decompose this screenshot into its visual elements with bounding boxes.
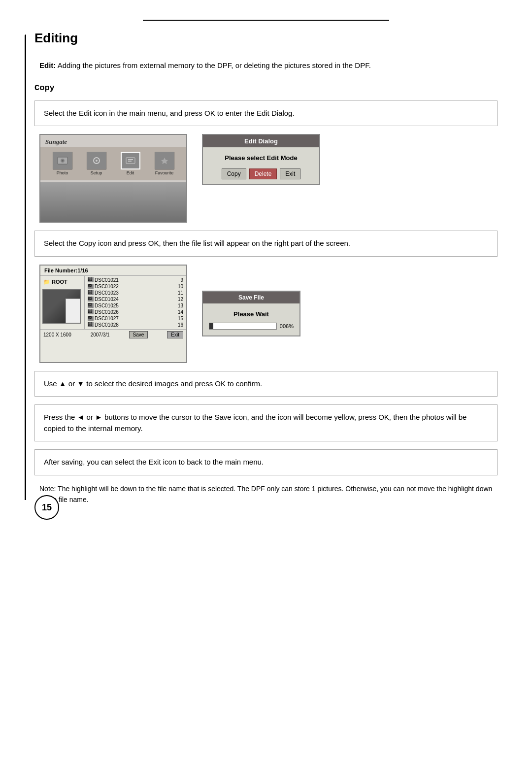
svg-marker-8 (161, 157, 168, 165)
step-2-text: Select the Copy icon and press OK, then … (44, 239, 350, 247)
file-save-button[interactable]: Save (129, 331, 148, 338)
resolution-label: 1200 X 1600 (43, 332, 71, 337)
file-icon-1: 🖼 (88, 277, 94, 282)
progress-bar-fill (209, 323, 213, 329)
file-num-8: 16 (174, 322, 183, 328)
file-num-5: 13 (174, 303, 183, 308)
file-screen-right-panel: 🖼 DSC01021 9 🖼 DSC01022 10 🖼 DSC01023 11 (85, 276, 186, 329)
file-row-6: 🖼 DSC01026 14 (87, 309, 184, 315)
exit-button[interactable]: Exit (280, 168, 300, 179)
photo-icon-box (53, 152, 72, 169)
title-underline (34, 50, 498, 50)
file-row-4: 🖼 DSC01024 12 (87, 296, 184, 302)
edit-dialog-body: Please select Edit Mode Copy Delete Exit (203, 147, 319, 184)
svg-point-2 (62, 160, 64, 162)
file-name-7: DSC01027 (95, 316, 174, 321)
file-num-4: 12 (174, 297, 183, 302)
photo-label: Photo (57, 170, 68, 175)
edit-dialog-title: Edit Dialog (203, 135, 319, 147)
page-title: Editing (34, 31, 498, 46)
step-4-text: Press the ◄ or ► buttons to move the cur… (44, 413, 466, 433)
file-icon-5: 🖼 (88, 303, 94, 308)
file-num-6: 14 (174, 309, 183, 315)
menu-icons-row: Photo Setup Edit (40, 147, 186, 180)
step-3-text: Use ▲ or ▼ to select the desired images … (44, 379, 262, 388)
file-name-8: DSC01028 (95, 322, 174, 328)
copy-section-heading: Copy (34, 83, 498, 93)
file-screen-content: 📁 ROOT 🖼 DSC01021 9 🖼 (40, 276, 186, 329)
save-dialog-subtitle: Please Wait (209, 310, 294, 318)
file-icon-8: 🖼 (88, 322, 94, 327)
step-5-text: After saving, you can select the Exit ic… (44, 458, 264, 466)
intro-text: Adding the pictures from external memory… (56, 61, 370, 69)
file-row-2: 🖼 DSC01022 10 (87, 283, 184, 290)
menu-icon-photo: Photo (53, 152, 72, 175)
intro-paragraph: Edit: Adding the pictures from external … (34, 60, 498, 71)
file-list-screen: File Number:1/16 📁 ROOT 🖼 DSC0 (39, 265, 187, 363)
setup-label: Setup (91, 170, 102, 175)
progress-bar-background (209, 323, 277, 330)
thumb-figure (66, 299, 80, 323)
step-5-box: After saving, you can select the Exit ic… (34, 449, 498, 475)
favourite-label: Favourite (155, 170, 174, 175)
file-name-5: DSC01025 (95, 303, 174, 308)
progress-bar-container: 006% (209, 323, 294, 330)
file-name-3: DSC01023 (95, 290, 174, 296)
file-screen-footer: 1200 X 1600 2007/3/1 Save Exit (40, 329, 186, 340)
edit-icon-box (121, 152, 140, 169)
file-num-1: 9 (174, 277, 183, 283)
file-num-2: 10 (174, 284, 183, 289)
svg-point-4 (96, 160, 98, 162)
file-icon-7: 🖼 (88, 316, 94, 321)
file-name-6: DSC01026 (95, 309, 174, 315)
copy-button[interactable]: Copy (222, 168, 246, 179)
step-1-text: Select the Edit icon in the main menu, a… (44, 109, 295, 117)
file-exit-button[interactable]: Exit (167, 331, 183, 338)
top-decorative-line (143, 20, 389, 21)
file-row-5: 🖼 DSC01025 13 (87, 302, 184, 309)
favourite-icon-box (155, 152, 174, 169)
file-row-1: 🖼 DSC01021 9 (87, 277, 184, 283)
edit-label: Edit (127, 170, 134, 175)
progress-label: 006% (280, 323, 294, 329)
folder-icon: 📁 (43, 279, 50, 285)
step-1-box: Select the Edit icon in the main menu, a… (34, 100, 498, 127)
file-row-3: 🖼 DSC01023 11 (87, 290, 184, 296)
delete-button[interactable]: Delete (249, 168, 277, 179)
step-1-screenshot-area: Sungate Photo Setup (34, 134, 498, 223)
svg-rect-5 (126, 158, 135, 164)
save-file-dialog: Save File Please Wait 006% (202, 291, 300, 336)
edit-dialog-box: Edit Dialog Please select Edit Mode Copy… (202, 134, 320, 185)
step-2-box: Select the Copy icon and press OK, then … (34, 231, 498, 257)
file-icon-4: 🖼 (88, 297, 94, 301)
save-dialog-body: Please Wait 006% (203, 303, 299, 335)
step-4-box: Press the ◄ or ► buttons to move the cur… (34, 404, 498, 441)
main-menu-screen: Sungate Photo Setup (39, 134, 187, 223)
menu-icon-edit: Edit (121, 152, 140, 175)
root-label: 📁 ROOT (42, 278, 82, 286)
file-num-7: 15 (174, 316, 183, 321)
step-2-screenshot-area: File Number:1/16 📁 ROOT 🖼 DSC0 (34, 265, 498, 363)
note-paragraph: Note: The highlight will be down to the … (34, 483, 498, 505)
file-icon-3: 🖼 (88, 290, 94, 295)
file-icon-6: 🖼 (88, 309, 94, 314)
edit-dialog-subtitle: Please select Edit Mode (209, 154, 313, 162)
file-screen-left-panel: 📁 ROOT (40, 276, 85, 329)
file-row-7: 🖼 DSC01027 15 (87, 315, 184, 322)
step-3-box: Use ▲ or ▼ to select the desired images … (34, 371, 498, 397)
thumbnail-preview (42, 289, 81, 324)
menu-icon-setup: Setup (87, 152, 106, 175)
save-dialog-title: Save File (203, 292, 299, 303)
file-number-header: File Number:1/16 (40, 266, 186, 276)
file-name-4: DSC01024 (95, 297, 174, 302)
file-num-3: 11 (174, 290, 183, 296)
file-name-1: DSC01021 (95, 277, 174, 283)
brand-label: Sungate (40, 135, 186, 147)
file-row-8: 🖼 DSC01028 16 (87, 322, 184, 328)
date-label: 2007/3/1 (91, 332, 110, 337)
edit-dialog-buttons: Copy Delete Exit (209, 168, 313, 179)
photo-strip (40, 182, 186, 222)
file-icon-2: 🖼 (88, 284, 94, 289)
file-name-2: DSC01022 (95, 284, 174, 289)
menu-icon-favourite: Favourite (155, 152, 174, 175)
